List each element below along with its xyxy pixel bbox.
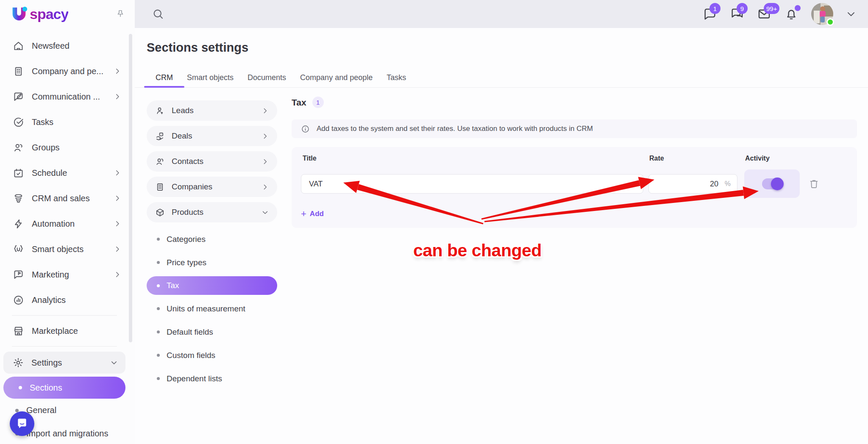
sidebar-item-marketing[interactable]: Marketing xyxy=(0,262,129,287)
sidebar-item-analytics[interactable]: Analytics xyxy=(0,287,129,313)
sidebar-item-company-and-people[interactable]: Company and pe... xyxy=(0,58,129,84)
submenu-item-custom-fields[interactable]: Custom fields xyxy=(147,344,277,367)
sidebar-item-label: Analytics xyxy=(32,295,66,305)
sidebar-item-sections[interactable]: Sections xyxy=(3,377,125,399)
sidebar-item-settings[interactable]: Settings xyxy=(3,352,125,374)
tax-title-field xyxy=(301,174,643,194)
group-chat-button[interactable]: 9 xyxy=(730,7,744,21)
box-icon xyxy=(155,208,165,217)
sidebar-nav: Newsfeed Company and pe... Communication… xyxy=(0,33,129,444)
tab-smart-objects[interactable]: Smart objects xyxy=(187,68,234,87)
deal-hand-icon xyxy=(155,131,165,141)
search-icon[interactable] xyxy=(152,8,164,20)
bullet-icon xyxy=(19,386,22,389)
sidebar-item-label: Settings xyxy=(31,358,62,368)
sidebar-item-communication[interactable]: Communication ... xyxy=(0,84,129,109)
submenu-item-label: Companies xyxy=(172,182,212,191)
storefront-icon xyxy=(13,325,24,337)
submenu-item-leads[interactable]: Leads xyxy=(147,100,277,121)
lightning-icon xyxy=(13,218,24,230)
uspacy-logo-icon xyxy=(9,4,29,24)
home-icon xyxy=(13,40,24,52)
analytics-icon xyxy=(13,294,24,306)
sidebar-item-smart-objects[interactable]: Smart objects xyxy=(0,236,129,262)
sidebar-item-label: Automation xyxy=(32,219,75,229)
tax-rate-input[interactable] xyxy=(648,174,737,194)
add-tax-button[interactable]: + Add xyxy=(301,209,324,219)
chevron-right-icon xyxy=(114,169,121,177)
submenu-item-products[interactable]: Products xyxy=(147,202,277,222)
submenu-item-label: Categories xyxy=(167,235,206,244)
tab-company-and-people[interactable]: Company and people xyxy=(300,68,373,87)
profile-chevron-down-icon[interactable] xyxy=(846,9,856,19)
sidebar-item-label: Newsfeed xyxy=(32,41,70,51)
chat-button[interactable]: 1 xyxy=(703,7,717,21)
bullet-icon xyxy=(157,354,160,357)
contacts-people-icon xyxy=(155,157,165,166)
chevron-right-icon xyxy=(262,107,269,114)
chevron-right-icon xyxy=(262,133,269,140)
chat-badge: 1 xyxy=(709,3,721,14)
submenu-item-dependent-lists[interactable]: Dependent lists xyxy=(147,367,277,390)
submenu-item-units-of-measurement[interactable]: Units of measurement xyxy=(147,297,277,320)
support-chat-launcher[interactable] xyxy=(10,411,34,436)
submenu-item-companies[interactable]: Companies xyxy=(147,177,277,197)
bullet-icon xyxy=(157,307,160,310)
notification-dot xyxy=(795,5,801,11)
submenu-item-tax[interactable]: Tax xyxy=(147,276,277,295)
submenu-item-label: Products xyxy=(172,208,203,217)
user-avatar[interactable] xyxy=(811,3,833,25)
column-header-rate: Rate xyxy=(649,155,664,162)
pin-sidebar-icon[interactable] xyxy=(115,9,125,19)
submenu-item-label: Tax xyxy=(167,281,179,290)
tab-crm[interactable]: CRM xyxy=(156,68,173,87)
submenu-item-label: Units of measurement xyxy=(167,304,245,314)
submenu-item-label: Deals xyxy=(172,131,192,141)
divider xyxy=(12,346,117,347)
lead-person-icon xyxy=(155,106,165,116)
submenu-item-price-types[interactable]: Price types xyxy=(147,251,277,274)
sidebar-item-label: Communication ... xyxy=(32,92,100,102)
info-banner: Add taxes to the system and set their ra… xyxy=(292,119,857,138)
check-circle-icon xyxy=(13,117,24,128)
sidebar-item-crm-and-sales[interactable]: CRM and sales xyxy=(0,186,129,211)
tab-label: Smart objects xyxy=(187,73,234,82)
chevron-right-icon xyxy=(114,93,121,100)
mail-button[interactable]: 99+ xyxy=(757,7,771,21)
funnel-stack-icon xyxy=(13,193,24,204)
sidebar-item-groups[interactable]: Groups xyxy=(0,135,129,160)
sidebar-item-label: Marketplace xyxy=(32,326,78,336)
tab-documents[interactable]: Documents xyxy=(248,68,286,87)
sidebar-item-automation[interactable]: Automation xyxy=(0,211,129,236)
sidebar-item-label: CRM and sales xyxy=(32,194,90,203)
delete-tax-button[interactable] xyxy=(808,178,820,189)
sidebar-scrollbar[interactable] xyxy=(129,34,132,342)
activity-toggle[interactable] xyxy=(762,178,782,189)
uspacy-logo[interactable]: spacy xyxy=(9,4,68,24)
bullet-icon xyxy=(157,284,160,287)
plus-icon: + xyxy=(301,209,306,219)
sidebar-item-newsfeed[interactable]: Newsfeed xyxy=(0,33,129,58)
sidebar-item-label: Import and migrations xyxy=(26,429,108,438)
submenu-item-label: Dependent lists xyxy=(167,374,222,383)
submenu-item-label: Custom fields xyxy=(167,351,215,360)
submenu-item-contacts[interactable]: Contacts xyxy=(147,151,277,172)
sidebar-item-marketplace[interactable]: Marketplace xyxy=(0,318,129,344)
submenu-item-label: Leads xyxy=(172,106,194,115)
sidebar-item-tasks[interactable]: Tasks xyxy=(0,109,129,135)
sidebar-item-schedule[interactable]: Schedule xyxy=(0,160,129,186)
sidebar-item-label: General xyxy=(26,405,56,415)
tab-label: Tasks xyxy=(387,73,406,82)
submenu-item-label: Contacts xyxy=(172,157,203,166)
tab-tasks[interactable]: Tasks xyxy=(387,68,406,87)
mail-badge: 99+ xyxy=(764,3,779,14)
submenu-item-categories[interactable]: Categories xyxy=(147,228,277,251)
tax-title-input[interactable] xyxy=(301,174,643,194)
toggle-knob xyxy=(771,178,784,190)
section-title: Tax xyxy=(292,97,306,108)
chevron-right-icon xyxy=(262,183,269,191)
notifications-button[interactable] xyxy=(784,7,798,21)
submenu-item-default-fields[interactable]: Default fields xyxy=(147,320,277,344)
submenu-item-deals[interactable]: Deals xyxy=(147,126,277,146)
chevron-right-icon xyxy=(114,271,121,278)
